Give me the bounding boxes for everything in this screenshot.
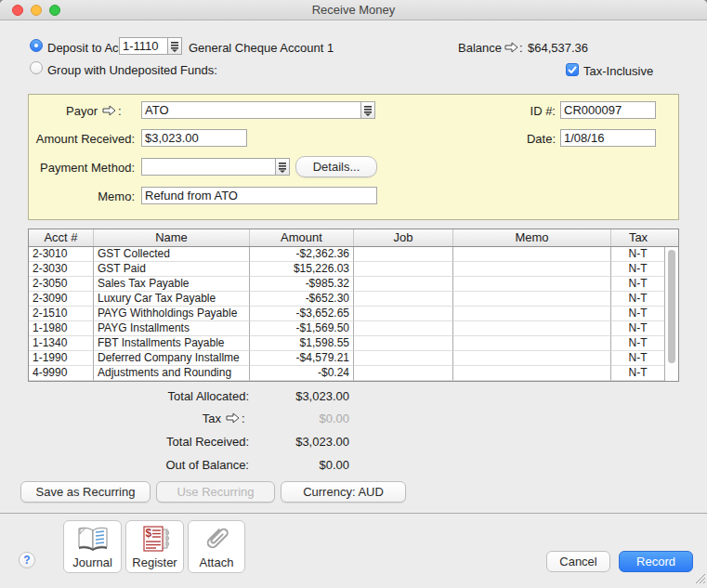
payment-method-dropdown-button[interactable] <box>275 158 290 176</box>
tax-zoom-arrow-icon[interactable] <box>226 412 240 426</box>
column-header-memo[interactable]: Memo <box>453 229 611 246</box>
cell-acct[interactable]: 2-3050 <box>29 277 94 292</box>
table-row[interactable]: 2-3050Sales Tax Payable-$985.32N-T <box>29 277 678 292</box>
deposit-to-account-radio[interactable] <box>30 39 43 52</box>
table-row[interactable]: 2-3010GST Collected-$2,362.36N-T <box>29 247 678 262</box>
table-row[interactable]: 2-3030GST Paid$15,226.03N-T <box>29 262 678 277</box>
table-row[interactable]: 1-1340FBT Installments Payable$1,598.55N… <box>29 336 678 351</box>
payor-dropdown-button[interactable] <box>360 101 375 119</box>
cell-tax[interactable]: N-T <box>611 321 665 336</box>
cell-acct[interactable]: 2-3090 <box>29 292 94 307</box>
cell-amount[interactable]: -$2,362.36 <box>250 247 354 262</box>
cell-amount[interactable]: -$3,652.65 <box>250 307 354 321</box>
cell-tax[interactable]: N-T <box>611 292 665 307</box>
save-as-recurring-button[interactable]: Save as Recurring <box>20 481 151 503</box>
cell-acct[interactable]: 1-1980 <box>29 321 94 336</box>
cell-job[interactable] <box>354 351 453 366</box>
cell-name[interactable]: GST Paid <box>94 262 250 277</box>
table-row[interactable]: 4-9990Adjustments and Rounding-$0.24N-T <box>29 366 678 381</box>
journal-button[interactable]: Journal <box>63 520 122 573</box>
column-header-amount[interactable]: Amount <box>250 229 354 246</box>
account-dropdown-button[interactable] <box>167 37 182 55</box>
cell-name[interactable]: Luxury Car Tax Payable <box>94 292 250 307</box>
cell-job[interactable] <box>354 307 453 321</box>
cell-name[interactable]: GST Collected <box>94 247 250 262</box>
cell-job[interactable] <box>354 277 453 292</box>
payment-method-field[interactable] <box>141 158 276 176</box>
account-number-field[interactable]: 1-1110 <box>119 37 168 55</box>
payor-zoom-arrow-icon[interactable] <box>102 105 116 119</box>
cell-acct[interactable]: 2-3030 <box>29 262 94 277</box>
balance-zoom-arrow-icon[interactable] <box>504 42 518 56</box>
cell-name[interactable]: PAYG Withholdings Payable <box>94 307 250 321</box>
id-field[interactable]: CR000097 <box>560 101 656 119</box>
register-ledger-icon: $ <box>139 521 171 555</box>
cell-tax[interactable]: N-T <box>611 351 665 366</box>
group-undeposited-radio[interactable] <box>30 61 43 74</box>
cell-amount[interactable]: $1,598.55 <box>250 336 354 351</box>
table-row[interactable]: 2-3090Luxury Car Tax Payable-$652.30N-T <box>29 292 678 307</box>
use-recurring-button[interactable]: Use Recurring <box>156 481 275 503</box>
cancel-button[interactable]: Cancel <box>546 551 610 572</box>
cell-name[interactable]: Adjustments and Rounding <box>94 366 250 381</box>
cell-memo[interactable] <box>453 292 611 307</box>
record-button[interactable]: Record <box>619 551 693 572</box>
cell-amount[interactable]: -$985.32 <box>250 277 354 292</box>
resize-grip-icon[interactable] <box>694 572 706 587</box>
cell-tax[interactable]: N-T <box>611 262 665 277</box>
tax-inclusive-checkbox[interactable] <box>566 63 579 76</box>
cell-memo[interactable] <box>453 321 611 336</box>
cell-job[interactable] <box>354 321 453 336</box>
cell-memo[interactable] <box>453 336 611 351</box>
cell-memo[interactable] <box>453 262 611 277</box>
amount-received-field[interactable]: $3,023.00 <box>141 129 247 147</box>
help-button[interactable]: ? <box>19 552 35 568</box>
table-row[interactable]: 1-1990Deferred Company Installme-$4,579.… <box>29 351 678 366</box>
table-scrollbar[interactable] <box>664 247 678 381</box>
cell-amount[interactable]: -$1,569.50 <box>250 321 354 336</box>
column-header-acct[interactable]: Acct # <box>29 229 94 246</box>
cell-job[interactable] <box>354 292 453 307</box>
payor-field[interactable]: ATO <box>141 101 361 119</box>
cell-job[interactable] <box>354 366 453 381</box>
currency-button[interactable]: Currency: AUD <box>281 481 406 503</box>
cell-tax[interactable]: N-T <box>611 277 665 292</box>
table-row[interactable]: 1-1980PAYG Installments-$1,569.50N-T <box>29 321 678 336</box>
cell-name[interactable]: Sales Tax Payable <box>94 277 250 292</box>
register-button[interactable]: $ Register <box>125 520 184 573</box>
cell-tax[interactable]: N-T <box>611 307 665 321</box>
attach-button[interactable]: Attach <box>188 520 245 573</box>
cell-name[interactable]: Deferred Company Installme <box>94 351 250 366</box>
cell-acct[interactable]: 4-9990 <box>29 366 94 381</box>
journal-button-label: Journal <box>72 555 112 569</box>
cell-name[interactable]: FBT Installments Payable <box>94 336 250 351</box>
cell-tax[interactable]: N-T <box>611 247 665 262</box>
cell-memo[interactable] <box>453 277 611 292</box>
cell-memo[interactable] <box>453 351 611 366</box>
cell-amount[interactable]: -$4,579.21 <box>250 351 354 366</box>
memo-field[interactable]: Refund from ATO <box>141 187 377 204</box>
column-header-tax[interactable]: Tax <box>611 229 665 246</box>
cell-memo[interactable] <box>453 366 611 381</box>
cell-job[interactable] <box>354 247 453 262</box>
date-field[interactable]: 1/08/16 <box>560 129 656 147</box>
details-button[interactable]: Details... <box>295 156 377 177</box>
cell-memo[interactable] <box>453 307 611 321</box>
scrollbar-thumb[interactable] <box>668 250 675 363</box>
column-header-name[interactable]: Name <box>94 229 250 246</box>
cell-amount[interactable]: -$652.30 <box>250 292 354 307</box>
column-header-job[interactable]: Job <box>354 229 453 246</box>
cell-job[interactable] <box>354 262 453 277</box>
cell-tax[interactable]: N-T <box>611 336 665 351</box>
cell-amount[interactable]: -$0.24 <box>250 366 354 381</box>
cell-acct[interactable]: 2-1510 <box>29 307 94 321</box>
cell-memo[interactable] <box>453 247 611 262</box>
cell-tax[interactable]: N-T <box>611 366 665 381</box>
cell-job[interactable] <box>354 336 453 351</box>
cell-acct[interactable]: 1-1990 <box>29 351 94 366</box>
cell-acct[interactable]: 2-3010 <box>29 247 94 262</box>
table-row[interactable]: 2-1510PAYG Withholdings Payable-$3,652.6… <box>29 307 678 321</box>
cell-name[interactable]: PAYG Installments <box>94 321 250 336</box>
cell-acct[interactable]: 1-1340 <box>29 336 94 351</box>
cell-amount[interactable]: $15,226.03 <box>250 262 354 277</box>
